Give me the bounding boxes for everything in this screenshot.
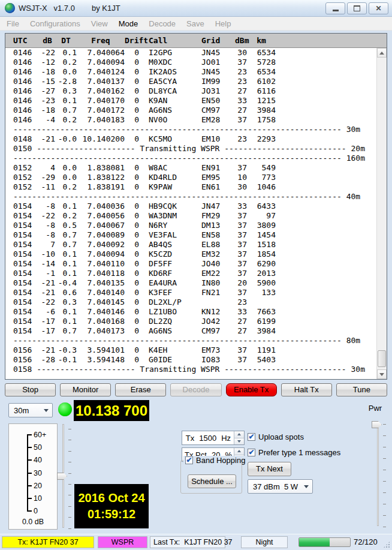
tx-progress-label: 72/120 xyxy=(354,537,378,546)
meter-tick xyxy=(27,473,32,474)
decode-row[interactable]: 0154-80.77.0400890VE3FALEN58371454 xyxy=(5,230,376,240)
tx-freq-spin-up[interactable] xyxy=(234,431,244,438)
menu-help[interactable]: Help xyxy=(210,17,237,30)
menu-view[interactable]: View xyxy=(86,17,113,30)
stop-button[interactable]: Stop xyxy=(5,383,56,396)
menu-save[interactable]: Save xyxy=(181,17,210,30)
power-select[interactable]: 37 dBm 5 W xyxy=(248,479,313,494)
tx-pct-spin-up[interactable] xyxy=(234,448,244,455)
enable-tx-button[interactable]: Enable Tx xyxy=(226,383,277,396)
decode-row[interactable]: 0154-21-0.47.0401350EA4URAIN80205900 xyxy=(5,278,376,288)
decode-row[interactable]: 0154-60.17.0401460LZ1UBOKN12337663 xyxy=(5,307,376,317)
maximize-icon xyxy=(354,5,360,11)
wsjtx-main-window: WSJT-X v1.7.0 by K1JT ✕ FileConfiguratio… xyxy=(0,0,392,550)
slider-tick xyxy=(383,504,386,504)
meter-tick xyxy=(27,510,32,512)
minimize-button[interactable] xyxy=(325,2,345,14)
status-mode-badge: WSPR xyxy=(98,536,147,548)
transmitting-row[interactable]: 0158 --------------------- Transmitting … xyxy=(5,365,376,374)
check-icon: ✔ xyxy=(248,433,254,440)
tx-freq-spin-down[interactable] xyxy=(234,438,244,445)
band-separator-row[interactable]: ----------------------------------------… xyxy=(5,154,376,163)
decode-row[interactable]: 0146-120.27.0400940M0XDCJO01375728 xyxy=(5,58,376,67)
slider-tick xyxy=(68,517,71,518)
tx-next-button[interactable]: Tx Next xyxy=(248,462,291,476)
decode-row[interactable]: 0146-15-2.87.0401370EA5CYAIM99236102 xyxy=(5,77,376,86)
column-header-dbm: dBm xyxy=(235,36,247,45)
resize-grip-icon[interactable] xyxy=(383,541,390,548)
decode-row[interactable]: 0146-220.17.0400640I2GPGJN45306534 xyxy=(5,48,376,58)
app-icon xyxy=(5,3,15,13)
decode-row[interactable]: 0156-28-0.13.5941480G0IDEIO83375403 xyxy=(5,355,376,365)
decode-row[interactable]: 0152-110.21.8381910K9PAWEN61301046 xyxy=(5,182,376,192)
status-last-tx: Last Tx: K1JT FN20 37 xyxy=(150,536,225,548)
meter-tick-label: 20 xyxy=(34,482,42,489)
slider-tick xyxy=(68,429,71,429)
menu-mode[interactable]: Mode xyxy=(113,17,144,30)
decode-row[interactable]: 0146-40.27.0401830NV0OEM28371758 xyxy=(5,115,376,125)
decode-row[interactable]: 0154-140.17.0401100DF5FFJO40376290 xyxy=(5,259,376,269)
decode-row[interactable]: 015240.01.8380810W8ACEN9137549 xyxy=(5,163,376,173)
monitor-button[interactable]: Monitor xyxy=(60,383,111,396)
band-separator-row[interactable]: ----------------------------------------… xyxy=(5,192,376,202)
tx-freq-spinbox[interactable]: Tx1500Hz xyxy=(182,431,245,445)
decode-row[interactable]: 0152-290.01.8381220KD4RLDEM9510773 xyxy=(5,173,376,182)
band-separator-row[interactable]: ----------------------------------------… xyxy=(5,125,376,134)
column-header-dt: DT xyxy=(55,36,77,45)
decode-row[interactable]: 0148-21-0.010.1402000KC5MOEM10232293 xyxy=(5,134,376,144)
upload-spots-label: Upload spots xyxy=(258,432,304,441)
close-button[interactable]: ✕ xyxy=(369,2,388,14)
rx-gain-handle[interactable] xyxy=(57,473,67,480)
decode-row[interactable]: 0146-180.77.0401720AG6NSCM97273984 xyxy=(5,106,376,115)
band-hopping-label: Band Hopping xyxy=(196,456,245,465)
band-hopping-checkbox[interactable]: ✔ Band Hopping xyxy=(183,456,247,465)
tx-freq-value: 1500 xyxy=(199,434,216,443)
vertical-scrollbar[interactable] xyxy=(376,48,387,379)
decode-row[interactable]: 0146-270.37.0401620DL8YCAJO31276116 xyxy=(5,86,376,96)
pwr-slider[interactable] xyxy=(375,420,388,528)
transmitting-row[interactable]: 0150 --------------------- Transmitting … xyxy=(5,144,376,154)
erase-button[interactable]: Erase xyxy=(115,383,166,396)
menu-configurations[interactable]: Configurations xyxy=(25,17,86,30)
slider-tick xyxy=(383,527,386,527)
decode-row[interactable]: 0154-220.27.0400560WA3DNMFM293797 xyxy=(5,211,376,221)
band-separator-row[interactable]: ----------------------------------------… xyxy=(5,336,376,345)
decode-row[interactable]: 0154-170.17.0401680DL2ZQJO42276199 xyxy=(5,317,376,326)
slider-tick xyxy=(68,451,71,452)
scrollbar-thumb[interactable] xyxy=(378,350,386,367)
decode-row[interactable]: 0154-80.17.0400360HB9CQKJN47336433 xyxy=(5,202,376,211)
rx-gain-slider[interactable] xyxy=(60,423,73,529)
decode-row[interactable]: 0154-170.77.0401730AG6NSCM97273984 xyxy=(5,326,376,336)
decode-row[interactable]: 0154-220.37.0401450DL2XL/P23 xyxy=(5,297,376,307)
menu-decode[interactable]: Decode xyxy=(143,17,181,30)
check-icon: ✔ xyxy=(186,456,192,464)
band-select-value: 30m xyxy=(9,406,29,415)
maximize-button[interactable] xyxy=(347,2,367,14)
tune-button[interactable]: Tune xyxy=(336,383,387,396)
menu-file[interactable]: File xyxy=(1,17,25,30)
scroll-down-button[interactable] xyxy=(377,369,387,379)
decode-row[interactable]: 0146-180.07.0401240IK2AOSJN45236534 xyxy=(5,67,376,77)
decode-row[interactable]: 0154-210.67.0401400K3FEFFN2137133 xyxy=(5,288,376,297)
upload-spots-checkbox[interactable]: ✔ Upload spots xyxy=(248,432,304,441)
slider-tick xyxy=(383,492,386,493)
decode-row[interactable]: 0146-230.17.0401700K9ANEN50331215 xyxy=(5,96,376,106)
prefer-type1-checkbox[interactable]: ✔ Prefer type 1 messages xyxy=(248,448,340,457)
halt-tx-button[interactable]: Halt Tx xyxy=(281,383,332,396)
datetime-display: 2016 Oct 24 01:59:12 xyxy=(74,484,149,528)
schedule-button[interactable]: Schedule ... xyxy=(188,474,236,488)
checkbox-icon: ✔ xyxy=(185,456,193,464)
check-icon: ✔ xyxy=(248,449,254,456)
decode-row[interactable]: 015470.77.0400920AB4QSEL88371518 xyxy=(5,240,376,250)
meter-tick-label: 50 xyxy=(34,444,42,451)
decode-row[interactable]: 0154-10.17.0401180KD6RFEM22372013 xyxy=(5,269,376,278)
chevron-down-icon xyxy=(304,485,309,488)
decode-row[interactable]: 0156-21-0.33.5941010K4EHEM73371191 xyxy=(5,345,376,355)
decode-row[interactable]: 0154-80.57.0400670N6RYDM13373809 xyxy=(5,221,376,230)
band-select[interactable]: 30m xyxy=(8,403,53,417)
pwr-handle[interactable] xyxy=(372,421,382,428)
decode-row[interactable]: 0154-100.17.0400940K5CZDEM32371854 xyxy=(5,250,376,259)
tx-freq-spin-buttons xyxy=(234,431,244,444)
slider-tick xyxy=(68,495,71,495)
scroll-up-button[interactable] xyxy=(377,48,387,58)
